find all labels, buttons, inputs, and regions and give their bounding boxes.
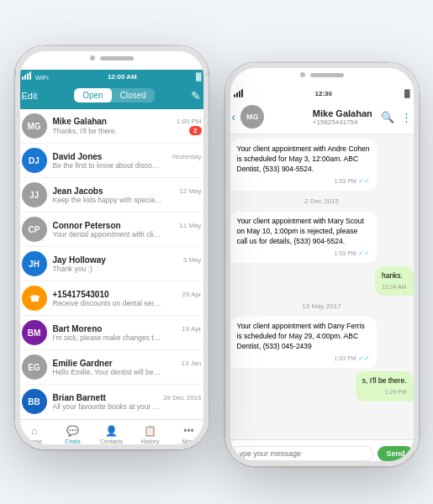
nav-label: Chats [65, 438, 80, 444]
back-icon[interactable]: ‹ [232, 110, 236, 123]
tab-open[interactable]: Open [74, 88, 111, 102]
contact-preview: Receive discounts on dental services on.… [53, 299, 162, 307]
contact-avatar: CP [22, 217, 47, 242]
nav-item-home[interactable]: ⌂Home [15, 420, 54, 449]
contact-preview: Hello Emilie. Your dentist will be ready… [53, 368, 162, 376]
nav-label: Contacts [100, 438, 124, 444]
nav-label: History [141, 438, 160, 444]
contact-name: Emilie Gardner [53, 359, 113, 368]
chat-phone: +15625441754 [313, 118, 376, 126]
tab-closed[interactable]: Closed [112, 88, 155, 102]
contact-preview: Your dental appointment with client will… [53, 230, 162, 239]
edit-button[interactable]: Edit [22, 91, 38, 101]
contact-avatar: MG [22, 113, 47, 139]
compose-icon[interactable]: ✎ [191, 89, 201, 102]
bottom-nav: ⌂Home💬Chats👤Contacts📋History•••More [15, 419, 209, 449]
more-icon: ••• [183, 425, 194, 437]
contact-time: 1:03 PM [177, 118, 202, 125]
right-time: 12:30 [314, 90, 331, 97]
contact-avatar: ☎ [22, 286, 47, 311]
chat-name: Mike Galahan [313, 108, 376, 118]
sent-message: s, I'll be there.1:29 PM [356, 371, 414, 402]
received-message: Your client appointment with Andre Cohen… [230, 139, 377, 191]
chat-input-bar: Send [225, 439, 419, 466]
contact-item[interactable]: BBBrian Barnett28 Dec 2016All your favou… [15, 385, 209, 418]
right-status-bar: 12:30 ▓ [225, 87, 419, 100]
contact-item[interactable]: JHJay Holloway3 MayThank you :) [15, 247, 209, 281]
right-phone-top [225, 63, 419, 87]
wifi-icon: WiFi [35, 74, 49, 81]
nav-item-history[interactable]: 📋History [131, 420, 170, 449]
left-phone-top [15, 46, 209, 70]
unread-badge: 2 [189, 126, 201, 135]
contact-name: Brian Barnett [53, 393, 106, 402]
message-time: 12:04 AM [382, 283, 407, 291]
message-text: Your client appointment with Mary Scout … [237, 217, 364, 245]
message-check: ✓✓ [356, 177, 370, 185]
message-time: 1:03 PM ✓✓ [237, 249, 370, 258]
chat-avatar: MG [240, 105, 264, 129]
contact-time: 12 May [179, 187, 201, 195]
message-time: 1:03 PM ✓✓ [237, 176, 370, 186]
search-icon[interactable]: 🔍 [381, 111, 394, 123]
contact-item[interactable]: EGEmilie Gardner13 JanHello Emilie. Your… [15, 350, 209, 385]
message-time: 1:03 PM ✓✓ [237, 354, 370, 363]
contact-time: 13 Jan [181, 360, 201, 367]
contact-item[interactable]: DJDavid JonesYesterdayBe the first to kn… [15, 144, 209, 178]
contacts-icon: 👤 [105, 425, 118, 437]
speaker [100, 56, 134, 60]
contact-preview: Thanks, I'll be there. [53, 127, 117, 135]
contact-time: 3 May [183, 256, 202, 264]
chat-contact-info: MG [240, 105, 304, 129]
message-text: s, I'll be there. [362, 376, 407, 385]
left-phone: WiFi 12:00 AM ▓ Edit Open Closed ✎ MGMik… [15, 46, 209, 449]
contact-avatar: BB [22, 389, 47, 414]
home-icon: ⌂ [31, 425, 37, 437]
contact-name: +15417543010 [53, 290, 109, 299]
nav-label: Home [26, 438, 42, 444]
received-message: Your client appointment with Dany Ferris… [230, 317, 377, 368]
contact-time: 11 May [179, 222, 201, 229]
contact-preview: Thank you :) [53, 265, 92, 273]
send-button[interactable]: Send [378, 446, 413, 461]
contact-time: 28 Dec 2016 [163, 394, 201, 402]
contact-preview: Keep the kids happy with special offer f… [53, 196, 162, 204]
message-text: hanks. [382, 271, 403, 280]
left-status-bar: WiFi 12:00 AM ▓ [15, 70, 209, 83]
tab-group: Open Closed [74, 88, 155, 102]
contact-item[interactable]: CPConnor Peterson11 MayYour dental appoi… [15, 213, 209, 247]
contact-time: 29 Apr [182, 291, 201, 298]
nav-item-chats[interactable]: 💬Chats [54, 420, 92, 449]
message-input[interactable] [230, 446, 374, 461]
message-check: ✓✓ [356, 249, 370, 257]
right-signal [234, 89, 243, 97]
contact-item[interactable]: JJJean Jacobs12 MayKeep the kids happy w… [15, 178, 209, 213]
contact-item[interactable]: BMBart Moreno19 AprI'm sick, please make… [15, 316, 209, 350]
contact-preview: Be the first to know about discounts and… [53, 161, 162, 170]
message-check: ✓✓ [356, 354, 370, 362]
right-phone: 12:30 ▓ ‹ MG Mike Galahan +15625441754 🔍… [225, 63, 419, 466]
chats-icon: 💬 [66, 425, 79, 437]
date-divider: 13 May 2017 [230, 299, 414, 313]
nav-item-contacts[interactable]: 👤Contacts [92, 420, 131, 449]
contact-item[interactable]: ☎+1541754301029 AprReceive discounts on … [15, 281, 209, 316]
more-icon[interactable]: ⋮ [401, 111, 412, 123]
message-time: 1:29 PM [362, 388, 407, 396]
contact-avatar: DJ [22, 148, 47, 173]
history-icon: 📋 [144, 425, 156, 437]
date-divider: 2 Dec 2015 [230, 194, 414, 208]
contact-preview: I'm sick, please make changes to my cale… [53, 333, 162, 342]
right-camera-dot [300, 72, 305, 77]
contact-name: Mike Galahan [53, 117, 107, 126]
contact-name: Bart Moreno [53, 324, 103, 333]
contact-avatar: JH [22, 251, 47, 276]
contact-item[interactable]: MGMike Galahan1:03 PMThanks, I'll be the… [15, 109, 209, 144]
contact-avatar: BM [22, 320, 47, 345]
chat-messages: Your client appointment with Andre Cohen… [225, 134, 419, 439]
contact-name: Jay Holloway [53, 255, 106, 265]
nav-item-more[interactable]: •••More [170, 420, 209, 449]
contact-time: 19 Apr [182, 325, 201, 333]
right-battery: ▓ [404, 89, 410, 97]
camera-dot [90, 55, 95, 60]
contact-name: David Jones [53, 152, 103, 161]
